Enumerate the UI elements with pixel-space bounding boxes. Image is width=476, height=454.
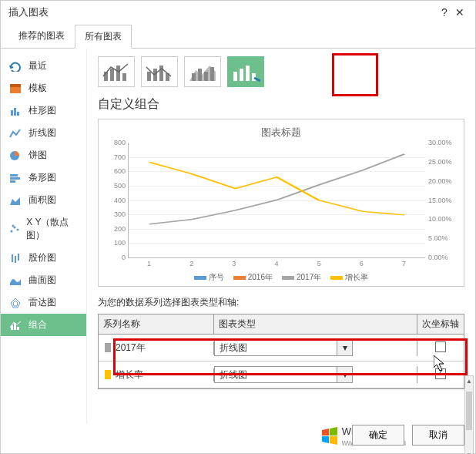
radar-chart-icon: [7, 297, 24, 309]
chevron-down-icon[interactable]: ▾: [337, 340, 352, 355]
legend-item: 2017年: [282, 272, 321, 283]
svg-marker-9: [10, 197, 20, 205]
legend-item: 增长率: [330, 272, 368, 283]
series-name: 2017年: [116, 341, 146, 355]
table-row: 增长率 折线图▾: [99, 362, 464, 388]
svg-rect-28: [159, 66, 163, 81]
cancel-button[interactable]: 取消: [412, 425, 464, 446]
svg-rect-25: [122, 73, 126, 81]
scatter-chart-icon: [7, 223, 22, 235]
svg-rect-23: [110, 69, 114, 81]
tab-strip: 推荐的图表 所有图表: [1, 24, 475, 49]
titlebar: 插入图表 ? ✕: [1, 1, 475, 24]
x-axis-labels: 1 2 3 4 5 6 7: [128, 260, 425, 267]
sidebar-item-label: 曲面图: [28, 274, 56, 287]
sidebar-item-label: 股价图: [28, 251, 56, 264]
svg-rect-6: [10, 174, 18, 177]
scroll-up-icon[interactable]: ▲: [465, 376, 473, 385]
sidebar-item-pie[interactable]: 饼图: [1, 144, 86, 166]
bars: [129, 143, 425, 257]
recent-icon: [7, 60, 24, 72]
windows-logo-icon: [320, 427, 339, 446]
chart-plot-area: 800 700 600 500 400 300 200 100 0 30.00%…: [128, 143, 425, 258]
sidebar-item-scatter[interactable]: X Y（散点图）: [1, 211, 86, 247]
col-header-type: 图表类型: [214, 314, 417, 334]
sidebar-item-label: 柱形图: [28, 104, 56, 117]
sidebar-item-bar[interactable]: 条形图: [1, 166, 86, 189]
line-chart-icon: [7, 127, 24, 140]
svg-rect-32: [198, 69, 202, 81]
series-config-table: 系列名称 图表类型 次坐标轴 2017年 折线图▾ 增长率 折线图▾: [98, 314, 464, 389]
combo-template-4[interactable]: [227, 56, 264, 87]
tab-recommended[interactable]: 推荐的图表: [8, 24, 75, 48]
y2-axis-labels: 30.00% 25.00% 20.00% 15.00% 10.00% 5.00%…: [427, 143, 456, 257]
secondary-axis-checkbox[interactable]: [435, 341, 446, 352]
sidebar-item-line[interactable]: 折线图: [1, 122, 86, 144]
svg-rect-21: [17, 327, 19, 330]
insert-chart-dialog: 插入图表 ? ✕ 推荐的图表 所有图表 最近 模板 柱形图 折线图 饼图 条形图…: [0, 0, 476, 454]
col-header-axis: 次坐标轴: [417, 314, 464, 334]
chart-type-dropdown[interactable]: 折线图▾: [214, 339, 353, 356]
area-chart-icon: [7, 194, 24, 207]
svg-rect-35: [233, 72, 237, 81]
combo-template-2[interactable]: [141, 56, 178, 87]
y1-axis-labels: 800 700 600 500 400 300 200 100 0: [107, 143, 127, 257]
chevron-down-icon[interactable]: ▾: [337, 367, 352, 382]
scroll-thumb[interactable]: [466, 392, 472, 430]
chart-title: 图表标题: [106, 126, 456, 140]
svg-marker-18: [13, 301, 18, 306]
svg-rect-37: [246, 66, 250, 81]
tab-all[interactable]: 所有图表: [75, 25, 132, 49]
pie-chart-icon: [7, 150, 24, 162]
close-icon[interactable]: ✕: [452, 6, 468, 18]
combo-template-row: [98, 56, 464, 87]
sidebar-item-label: 最近: [28, 59, 47, 72]
sidebar-item-combo[interactable]: 组合: [1, 314, 86, 336]
secondary-axis-checkbox[interactable]: [435, 368, 446, 379]
sidebar-item-recent[interactable]: 最近: [1, 55, 86, 77]
sidebar-item-label: 折线图: [28, 126, 56, 140]
svg-rect-4: [17, 112, 19, 116]
svg-point-13: [12, 225, 14, 227]
sidebar-item-surface[interactable]: 曲面图: [1, 269, 86, 291]
table-row: 2017年 折线图▾: [99, 335, 464, 362]
ok-button[interactable]: 确定: [352, 425, 404, 446]
sidebar-item-label: 模板: [28, 82, 47, 95]
series-config-label: 为您的数据系列选择图表类型和轴:: [98, 296, 464, 309]
combo-template-1[interactable]: [98, 56, 135, 87]
scroll-down-icon[interactable]: ▼: [465, 450, 473, 454]
svg-rect-36: [240, 69, 243, 81]
sidebar-item-label: 饼图: [28, 149, 47, 162]
svg-point-12: [16, 229, 18, 231]
sidebar-item-area[interactable]: 面积图: [1, 189, 86, 211]
svg-rect-31: [192, 73, 196, 81]
sidebar-item-radar[interactable]: 雷达图: [1, 291, 86, 314]
main-panel: 自定义组合 图表标题 800 700 600 500 400 300 200 1…: [87, 49, 475, 424]
svg-rect-2: [11, 110, 13, 116]
sidebar-item-label: 雷达图: [28, 296, 56, 309]
sidebar-item-column[interactable]: 柱形图: [1, 99, 86, 122]
series-color-swatch: [105, 370, 111, 379]
help-icon[interactable]: ?: [437, 6, 452, 18]
legend-item: 序号: [194, 272, 224, 283]
combo-template-3[interactable]: [184, 56, 221, 87]
chart-legend: 序号 2016年 2017年 增长率: [106, 272, 456, 283]
chart-type-sidebar: 最近 模板 柱形图 折线图 饼图 条形图 面积图 X Y（散点图） 股价图 曲面…: [1, 49, 87, 424]
sidebar-item-label: 面积图: [28, 193, 56, 207]
sidebar-item-label: X Y（散点图）: [26, 216, 80, 242]
combo-chart-icon: [7, 319, 24, 331]
sidebar-item-template[interactable]: 模板: [1, 77, 86, 99]
svg-rect-34: [210, 67, 214, 81]
section-title: 自定义组合: [98, 96, 464, 113]
svg-rect-26: [147, 72, 151, 81]
template-icon: [7, 82, 24, 95]
svg-rect-8: [10, 180, 15, 183]
column-chart-icon: [7, 105, 24, 117]
surface-chart-icon: [7, 274, 24, 287]
dialog-footer: 确定 取消: [352, 425, 464, 446]
sidebar-item-stock[interactable]: 股价图: [1, 247, 86, 269]
svg-point-10: [10, 230, 12, 233]
table-scrollbar[interactable]: ▲ ▼: [464, 375, 474, 454]
chart-type-dropdown[interactable]: 折线图▾: [214, 366, 353, 383]
sidebar-item-label: 条形图: [28, 171, 56, 184]
